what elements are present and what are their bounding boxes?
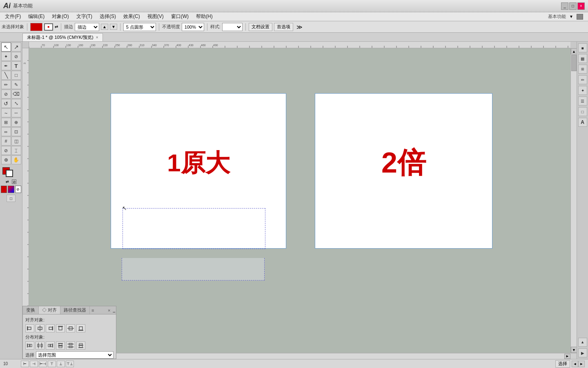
- free-transform-tool[interactable]: ⊞: [1, 118, 11, 127]
- expand-panel-button[interactable]: ◄: [578, 338, 587, 347]
- maximize-button[interactable]: □: [569, 2, 577, 10]
- magic-wand-tool[interactable]: ✦: [1, 52, 11, 61]
- stroke-up-icon[interactable]: ▲: [101, 24, 108, 30]
- brushes-panel-button[interactable]: ✏: [578, 75, 587, 84]
- menu-window[interactable]: 窗口(W): [168, 12, 192, 21]
- panel-menu-icon[interactable]: ≡: [90, 308, 96, 313]
- stroke-swatch[interactable]: [6, 170, 13, 177]
- panel-minimize-button[interactable]: _: [112, 308, 116, 312]
- menu-file[interactable]: 文件(F): [2, 12, 24, 21]
- nav-prev-button[interactable]: ◄: [572, 361, 578, 367]
- align-left-button[interactable]: [25, 324, 34, 332]
- zoom-tool[interactable]: ⊕: [1, 155, 11, 164]
- stroke-down-icon[interactable]: ▼: [110, 24, 117, 30]
- width-tool[interactable]: ↔: [11, 108, 21, 117]
- eyedropper-tool[interactable]: ⊘: [1, 146, 11, 155]
- status-align4[interactable]: ⊤: [48, 361, 56, 367]
- rotate-tool[interactable]: ↺: [1, 99, 11, 108]
- menu-effect[interactable]: 效果(C): [120, 12, 143, 21]
- scrollbar-right[interactable]: ▲ ▼: [570, 48, 577, 353]
- line-tool[interactable]: ╲: [1, 71, 11, 80]
- mesh-tool[interactable]: #: [1, 137, 11, 146]
- symbols-panel-button[interactable]: ✦: [578, 86, 587, 95]
- blend-tool[interactable]: ∞: [1, 127, 11, 136]
- type-panel-button[interactable]: A: [578, 118, 587, 127]
- layers-panel-button[interactable]: ☰: [578, 96, 587, 105]
- menu-view[interactable]: 视图(V): [144, 12, 167, 21]
- color-panel-button[interactable]: ■: [578, 43, 587, 52]
- screen-mode-button[interactable]: □: [7, 195, 16, 202]
- align-center-h-button[interactable]: [36, 324, 45, 332]
- shape-builder-tool[interactable]: ⊕: [11, 118, 21, 127]
- align-tab[interactable]: ◇ 对齐: [39, 306, 60, 314]
- minimize-button[interactable]: _: [561, 2, 568, 10]
- nav-next-button[interactable]: ►: [578, 361, 585, 367]
- tab-close-button[interactable]: ×: [96, 35, 98, 40]
- go-panel-button[interactable]: ▶: [578, 348, 587, 357]
- hand-tool[interactable]: ✋: [11, 155, 21, 164]
- appearance-panel-button[interactable]: ⊞: [578, 65, 587, 74]
- align-top-button[interactable]: [56, 324, 65, 332]
- dist-center-h-button[interactable]: [36, 341, 45, 350]
- dist-center-v-button[interactable]: [66, 341, 75, 350]
- dist-right-button[interactable]: [46, 341, 55, 350]
- menu-help[interactable]: 帮助(H): [193, 12, 216, 21]
- select-status-button[interactable]: 选择: [555, 360, 570, 368]
- options-button[interactable]: [577, 14, 583, 20]
- lasso-tool[interactable]: ⊘: [11, 52, 21, 61]
- scroll-down-button[interactable]: ▼: [571, 347, 577, 353]
- artboards-panel-button[interactable]: □: [578, 107, 587, 116]
- fill-color[interactable]: [30, 23, 42, 31]
- stroke-select[interactable]: 描边: [75, 23, 99, 31]
- scroll-thumb[interactable]: [571, 55, 577, 71]
- pathfinder-tab[interactable]: 路径查找器: [60, 306, 90, 314]
- active-tab[interactable]: 未标题-1 * @ 105% (CMYK/预览) ×: [22, 33, 103, 41]
- direct-select-tool[interactable]: ↗: [11, 43, 21, 52]
- status-align6[interactable]: ⊤⊥: [66, 361, 74, 367]
- menu-select[interactable]: 选择(S): [96, 12, 119, 21]
- menu-type[interactable]: 文字(T): [73, 12, 96, 21]
- stroke-color[interactable]: ■: [44, 23, 53, 31]
- color-mode-button[interactable]: [1, 186, 7, 193]
- align-right-button[interactable]: [46, 324, 55, 332]
- warp-tool[interactable]: ~: [1, 108, 11, 117]
- paintbrush-tool[interactable]: ✏: [1, 80, 11, 89]
- align-center-v-button[interactable]: [66, 324, 75, 332]
- status-align1[interactable]: ⊢: [21, 361, 29, 367]
- more-options-icon[interactable]: ≫: [296, 24, 303, 30]
- pen-tool[interactable]: ✒: [1, 61, 11, 70]
- style-select[interactable]: [222, 23, 243, 31]
- menu-object[interactable]: 对象(O): [49, 12, 72, 21]
- gradient-tool[interactable]: ◫: [11, 137, 21, 146]
- dist-top-button[interactable]: [56, 341, 65, 350]
- gradient-panel-button[interactable]: ▦: [578, 54, 587, 63]
- close-button[interactable]: ×: [577, 2, 585, 10]
- dist-left-button[interactable]: [25, 341, 34, 350]
- menu-edit[interactable]: 编辑(E): [25, 12, 48, 21]
- select-tool[interactable]: ↖: [1, 43, 11, 52]
- transform-tab[interactable]: 变换: [23, 306, 39, 314]
- pencil-tool[interactable]: ✎: [11, 80, 21, 89]
- dist-bottom-button[interactable]: [76, 341, 85, 350]
- gradient-mode-button[interactable]: [8, 186, 14, 193]
- opacity-select[interactable]: 100%: [182, 23, 204, 31]
- none-icon[interactable]: ⊘: [12, 180, 16, 184]
- measure-tool[interactable]: ⌶: [11, 146, 21, 155]
- scale-tool[interactable]: ⤡: [11, 99, 21, 108]
- align-bottom-button[interactable]: [76, 324, 85, 332]
- point-shape-select[interactable]: 5 点圆形: [123, 23, 156, 31]
- scroll-right-button[interactable]: ►: [564, 354, 570, 359]
- preferences-button[interactable]: 首选项: [274, 23, 293, 31]
- type-tool[interactable]: T: [11, 61, 21, 70]
- blob-brush-tool[interactable]: ⊘: [1, 90, 11, 99]
- workspace-arrow-icon[interactable]: ▼: [569, 14, 573, 19]
- swap-colors-icon[interactable]: ⇄: [6, 180, 10, 184]
- scroll-up-button[interactable]: ▲: [571, 48, 577, 54]
- rect-tool[interactable]: □: [11, 71, 21, 80]
- doc-settings-button[interactable]: 文档设置: [249, 23, 272, 31]
- swap-icon[interactable]: ⇄: [55, 25, 58, 29]
- status-align3[interactable]: ⊢⊣: [39, 361, 47, 367]
- status-align2[interactable]: ⊣: [30, 361, 38, 367]
- align-to-select[interactable]: 选择范围: [36, 351, 114, 359]
- scroll-track[interactable]: [571, 54, 577, 347]
